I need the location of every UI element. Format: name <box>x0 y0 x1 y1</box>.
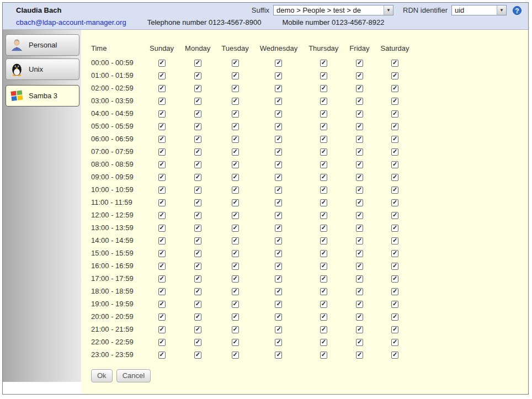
schedule-checkbox[interactable] <box>356 174 363 181</box>
schedule-checkbox[interactable] <box>232 225 239 232</box>
schedule-checkbox[interactable] <box>356 275 363 283</box>
schedule-checkbox[interactable] <box>232 275 239 283</box>
schedule-checkbox[interactable] <box>275 225 282 232</box>
schedule-checkbox[interactable] <box>391 148 398 156</box>
schedule-checkbox[interactable] <box>232 98 239 105</box>
schedule-checkbox[interactable] <box>391 263 398 270</box>
schedule-checkbox[interactable] <box>158 288 166 295</box>
schedule-checkbox[interactable] <box>232 326 239 333</box>
schedule-checkbox[interactable] <box>158 250 166 257</box>
schedule-checkbox[interactable] <box>232 250 239 257</box>
schedule-checkbox[interactable] <box>232 212 239 219</box>
schedule-checkbox[interactable] <box>194 301 201 308</box>
schedule-checkbox[interactable] <box>194 199 201 206</box>
schedule-checkbox[interactable] <box>320 250 327 257</box>
schedule-checkbox[interactable] <box>320 275 327 283</box>
ok-button[interactable]: Ok <box>91 369 113 382</box>
suffix-select[interactable]: demo > People > test > de ▼ <box>273 5 393 15</box>
schedule-checkbox[interactable] <box>391 123 398 130</box>
schedule-checkbox[interactable] <box>194 225 201 232</box>
chevron-down-icon[interactable]: ▼ <box>384 6 393 15</box>
schedule-checkbox[interactable] <box>232 174 239 181</box>
schedule-checkbox[interactable] <box>194 60 201 67</box>
schedule-checkbox[interactable] <box>320 212 327 219</box>
schedule-checkbox[interactable] <box>391 237 398 244</box>
schedule-checkbox[interactable] <box>194 352 201 359</box>
schedule-checkbox[interactable] <box>275 301 282 308</box>
schedule-checkbox[interactable] <box>391 199 398 206</box>
schedule-checkbox[interactable] <box>320 288 327 295</box>
schedule-checkbox[interactable] <box>194 72 201 79</box>
schedule-checkbox[interactable] <box>158 352 166 359</box>
schedule-checkbox[interactable] <box>158 275 166 283</box>
schedule-checkbox[interactable] <box>158 72 166 79</box>
schedule-checkbox[interactable] <box>194 136 201 143</box>
schedule-checkbox[interactable] <box>232 72 239 79</box>
schedule-checkbox[interactable] <box>194 275 201 283</box>
schedule-checkbox[interactable] <box>391 250 398 257</box>
tab-samba3[interactable]: Samba 3 <box>6 85 79 107</box>
schedule-checkbox[interactable] <box>320 123 327 130</box>
schedule-checkbox[interactable] <box>158 313 166 321</box>
schedule-checkbox[interactable] <box>194 110 201 118</box>
schedule-checkbox[interactable] <box>232 161 239 168</box>
schedule-checkbox[interactable] <box>158 326 166 333</box>
schedule-checkbox[interactable] <box>158 263 166 270</box>
schedule-checkbox[interactable] <box>391 339 398 346</box>
schedule-checkbox[interactable] <box>391 174 398 181</box>
schedule-checkbox[interactable] <box>356 212 363 219</box>
schedule-checkbox[interactable] <box>391 60 398 67</box>
schedule-checkbox[interactable] <box>158 237 166 244</box>
schedule-checkbox[interactable] <box>232 288 239 295</box>
schedule-checkbox[interactable] <box>356 339 363 346</box>
schedule-checkbox[interactable] <box>275 352 282 359</box>
schedule-checkbox[interactable] <box>275 187 282 194</box>
schedule-checkbox[interactable] <box>275 136 282 143</box>
schedule-checkbox[interactable] <box>356 352 363 359</box>
schedule-checkbox[interactable] <box>275 98 282 105</box>
schedule-checkbox[interactable] <box>232 110 239 118</box>
schedule-checkbox[interactable] <box>356 161 363 168</box>
schedule-checkbox[interactable] <box>356 250 363 257</box>
schedule-checkbox[interactable] <box>275 275 282 283</box>
schedule-checkbox[interactable] <box>391 288 398 295</box>
schedule-checkbox[interactable] <box>232 237 239 244</box>
schedule-checkbox[interactable] <box>194 161 201 168</box>
schedule-checkbox[interactable] <box>356 237 363 244</box>
schedule-checkbox[interactable] <box>275 199 282 206</box>
schedule-checkbox[interactable] <box>320 352 327 359</box>
schedule-checkbox[interactable] <box>275 212 282 219</box>
schedule-checkbox[interactable] <box>158 60 166 67</box>
schedule-checkbox[interactable] <box>391 98 398 105</box>
schedule-checkbox[interactable] <box>158 123 166 130</box>
schedule-checkbox[interactable] <box>158 136 166 143</box>
schedule-checkbox[interactable] <box>158 110 166 118</box>
schedule-checkbox[interactable] <box>275 85 282 92</box>
email-link[interactable]: cbach@ldap-account-manager.org <box>16 18 126 26</box>
schedule-checkbox[interactable] <box>158 187 166 194</box>
schedule-checkbox[interactable] <box>320 148 327 156</box>
schedule-checkbox[interactable] <box>320 237 327 244</box>
schedule-checkbox[interactable] <box>275 161 282 168</box>
schedule-checkbox[interactable] <box>320 225 327 232</box>
schedule-checkbox[interactable] <box>356 313 363 321</box>
schedule-checkbox[interactable] <box>320 174 327 181</box>
schedule-checkbox[interactable] <box>158 212 166 219</box>
schedule-checkbox[interactable] <box>194 174 201 181</box>
schedule-checkbox[interactable] <box>232 313 239 321</box>
cancel-button[interactable]: Cancel <box>116 369 151 382</box>
help-icon[interactable]: ? <box>513 6 522 15</box>
schedule-checkbox[interactable] <box>320 187 327 194</box>
schedule-checkbox[interactable] <box>356 301 363 308</box>
schedule-checkbox[interactable] <box>158 98 166 105</box>
schedule-checkbox[interactable] <box>194 288 201 295</box>
schedule-checkbox[interactable] <box>356 225 363 232</box>
schedule-checkbox[interactable] <box>320 60 327 67</box>
schedule-checkbox[interactable] <box>158 301 166 308</box>
schedule-checkbox[interactable] <box>356 326 363 333</box>
schedule-checkbox[interactable] <box>320 72 327 79</box>
schedule-checkbox[interactable] <box>194 212 201 219</box>
schedule-checkbox[interactable] <box>194 263 201 270</box>
schedule-checkbox[interactable] <box>391 110 398 118</box>
schedule-checkbox[interactable] <box>232 85 239 92</box>
